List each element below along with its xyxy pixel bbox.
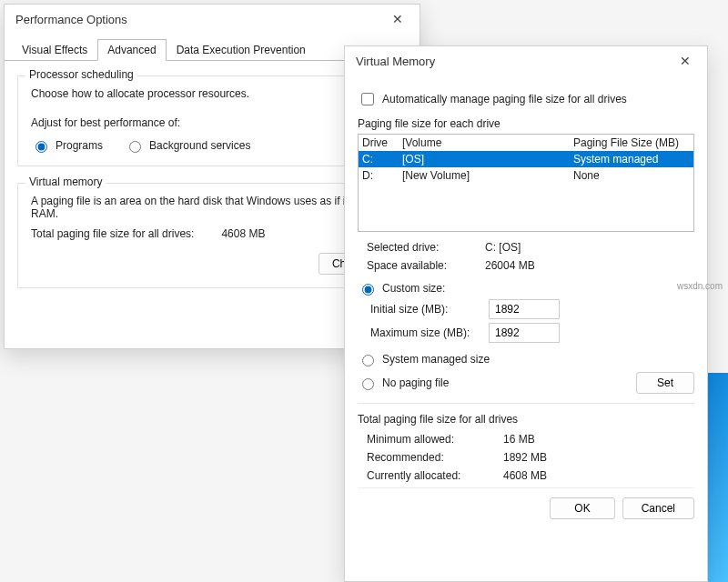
radio-background-input[interactable] — [129, 141, 141, 153]
initial-size-input[interactable] — [489, 299, 560, 319]
list-label: Paging file size for each drive — [358, 117, 694, 130]
drive-letter: C: — [362, 153, 402, 166]
vm-titlebar: Virtual Memory ✕ — [345, 46, 707, 75]
watermark: wsxdn.com — [677, 281, 723, 291]
rec-value: 1892 MB — [503, 451, 694, 464]
radio-programs-input[interactable] — [35, 141, 47, 153]
tab-advanced[interactable]: Advanced — [97, 39, 166, 61]
drive-volume: [OS] — [402, 153, 546, 166]
radio-no-paging[interactable]: No paging file — [358, 376, 449, 390]
selected-drive-value: C: [OS] — [485, 241, 694, 254]
rec-label: Recommended: — [367, 451, 503, 464]
radio-nofile-label: No paging file — [382, 376, 449, 389]
drive-size: System managed — [546, 153, 690, 166]
radio-custom-size[interactable]: Custom size: — [358, 281, 694, 296]
drive-list-header: Drive [Volume Paging File Size (MB) — [359, 135, 693, 151]
hdr-size: Paging File Size (MB) — [546, 136, 690, 149]
radio-programs[interactable]: Programs — [31, 138, 103, 153]
sched-desc: Choose how to allocate processor resourc… — [31, 87, 393, 100]
drive-row-c[interactable]: C: [OS] System managed — [359, 151, 693, 167]
separator — [358, 403, 694, 404]
vm-total-label: Total paging file size for all drives: — [31, 227, 194, 240]
close-icon: ✕ — [392, 12, 403, 26]
space-value: 26004 MB — [485, 259, 694, 272]
vm-title: Virtual Memory — [356, 55, 435, 68]
auto-manage-input[interactable] — [361, 93, 374, 105]
drive-list[interactable]: Drive [Volume Paging File Size (MB) C: [… — [358, 134, 694, 232]
max-size-label: Maximum size (MB): — [370, 326, 489, 339]
drive-row-d[interactable]: D: [New Volume] None — [359, 167, 693, 184]
selected-drive-label: Selected drive: — [367, 241, 485, 254]
radio-programs-label: Programs — [56, 139, 103, 152]
space-label: Space available: — [367, 259, 485, 272]
initial-size-label: Initial size (MB): — [370, 303, 489, 316]
virtual-memory-dialog: Virtual Memory ✕ Automatically manage pa… — [344, 45, 708, 582]
radio-background[interactable]: Background services — [125, 138, 250, 153]
radio-nofile-input[interactable] — [362, 378, 374, 390]
tab-visual-effects[interactable]: Visual Effects — [12, 39, 97, 60]
vm-legend: Virtual memory — [25, 176, 106, 188]
radio-sysman-label: System managed size — [382, 353, 490, 366]
vm-close-button[interactable]: ✕ — [671, 48, 700, 74]
radio-system-managed[interactable]: System managed size — [358, 352, 694, 366]
auto-manage-checkbox[interactable]: Automatically manage paging file size fo… — [358, 90, 694, 108]
drive-size: None — [546, 169, 690, 182]
vm-desc: A paging file is an area on the hard dis… — [31, 195, 393, 220]
sched-legend: Processor scheduling — [25, 68, 137, 81]
max-size-input[interactable] — [489, 323, 560, 343]
radio-custom-label: Custom size: — [382, 282, 445, 295]
hdr-drive: Drive — [362, 136, 402, 149]
set-button[interactable]: Set — [636, 372, 694, 394]
perf-titlebar: Performance Options ✕ — [5, 5, 420, 34]
drive-volume: [New Volume] — [402, 169, 546, 182]
min-label: Minimum allowed: — [367, 433, 503, 446]
vm-body: Automatically manage paging file size fo… — [345, 75, 707, 532]
ok-button[interactable]: OK — [550, 497, 614, 519]
drive-letter: D: — [362, 169, 402, 182]
radio-background-label: Background services — [149, 139, 250, 152]
vm-total-value: 4608 MB — [221, 227, 265, 240]
perf-title: Performance Options — [15, 13, 127, 26]
cur-label: Currently allocated: — [367, 469, 503, 482]
cur-value: 4608 MB — [503, 469, 694, 482]
totals-label: Total paging file size for all drives — [358, 413, 694, 426]
cancel-button[interactable]: Cancel — [622, 497, 694, 519]
auto-manage-label: Automatically manage paging file size fo… — [382, 93, 627, 105]
tab-dep[interactable]: Data Execution Prevention — [167, 39, 316, 60]
perf-close-button[interactable]: ✕ — [383, 6, 412, 32]
min-value: 16 MB — [503, 433, 694, 446]
close-icon: ✕ — [680, 54, 691, 68]
sched-adjust: Adjust for best performance of: — [31, 116, 393, 129]
radio-sysman-input[interactable] — [362, 355, 374, 366]
radio-custom-input[interactable] — [362, 284, 374, 296]
hdr-volume: [Volume — [402, 136, 546, 149]
